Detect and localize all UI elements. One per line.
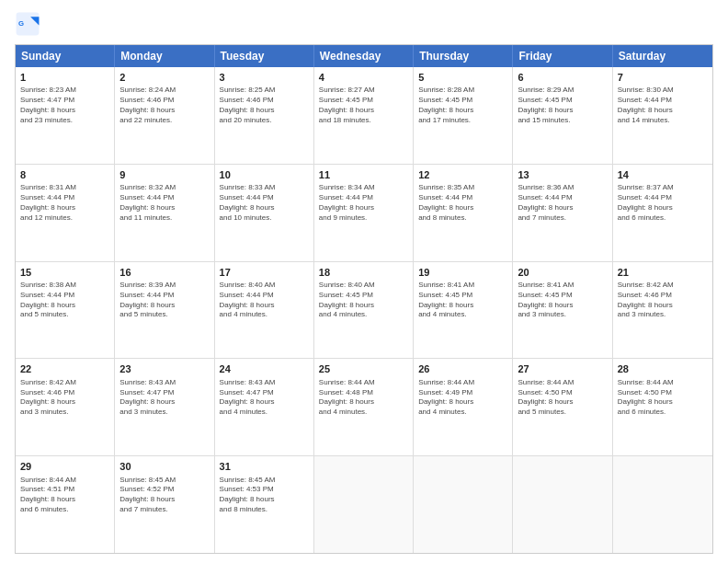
day-cell-29: 29Sunrise: 8:44 AMSunset: 4:51 PMDayligh…	[16, 456, 115, 553]
day-number: 1	[20, 71, 109, 85]
calendar-header: SundayMondayTuesdayWednesdayThursdayFrid…	[16, 45, 712, 67]
day-info: Sunrise: 8:39 AMSunset: 4:44 PMDaylight:…	[119, 281, 209, 320]
calendar: SundayMondayTuesdayWednesdayThursdayFrid…	[15, 44, 713, 554]
day-number: 25	[319, 362, 408, 376]
day-cell-12: 12Sunrise: 8:35 AMSunset: 4:44 PMDayligh…	[414, 165, 513, 261]
day-number: 30	[119, 460, 209, 474]
page-header: G	[15, 11, 713, 37]
empty-cell	[314, 456, 414, 553]
day-cell-16: 16Sunrise: 8:39 AMSunset: 4:44 PMDayligh…	[115, 262, 214, 359]
day-info: Sunrise: 8:41 AMSunset: 4:45 PMDaylight:…	[518, 281, 607, 320]
day-number: 2	[119, 71, 209, 85]
day-info: Sunrise: 8:35 AMSunset: 4:44 PMDaylight:…	[418, 183, 507, 223]
day-info: Sunrise: 8:25 AMSunset: 4:46 PMDaylight:…	[220, 86, 309, 125]
header-cell-monday: Monday	[115, 45, 214, 67]
header-cell-wednesday: Wednesday	[314, 45, 414, 67]
calendar-row-2: 8Sunrise: 8:31 AMSunset: 4:44 PMDaylight…	[16, 164, 712, 261]
day-number: 15	[20, 266, 109, 280]
day-cell-23: 23Sunrise: 8:43 AMSunset: 4:47 PMDayligh…	[115, 359, 214, 455]
day-info: Sunrise: 8:44 AMSunset: 4:49 PMDaylight:…	[418, 378, 507, 418]
day-info: Sunrise: 8:44 AMSunset: 4:50 PMDaylight:…	[618, 378, 708, 418]
day-cell-2: 2Sunrise: 8:24 AMSunset: 4:46 PMDaylight…	[115, 67, 214, 164]
day-number: 22	[20, 362, 109, 376]
day-number: 12	[418, 168, 507, 182]
day-info: Sunrise: 8:43 AMSunset: 4:47 PMDaylight:…	[220, 378, 309, 418]
calendar-body: 1Sunrise: 8:23 AMSunset: 4:47 PMDaylight…	[16, 67, 712, 553]
calendar-row-5: 29Sunrise: 8:44 AMSunset: 4:51 PMDayligh…	[16, 455, 712, 553]
day-number: 23	[119, 362, 209, 376]
day-info: Sunrise: 8:45 AMSunset: 4:52 PMDaylight:…	[119, 476, 209, 515]
day-info: Sunrise: 8:43 AMSunset: 4:47 PMDaylight:…	[119, 378, 209, 418]
day-cell-25: 25Sunrise: 8:44 AMSunset: 4:48 PMDayligh…	[314, 359, 414, 455]
day-number: 28	[618, 362, 708, 376]
day-number: 20	[518, 266, 607, 280]
empty-cell	[613, 456, 712, 553]
day-cell-6: 6Sunrise: 8:29 AMSunset: 4:45 PMDaylight…	[513, 67, 612, 164]
day-number: 24	[220, 362, 309, 376]
day-cell-4: 4Sunrise: 8:27 AMSunset: 4:45 PMDaylight…	[314, 67, 414, 164]
day-info: Sunrise: 8:28 AMSunset: 4:45 PMDaylight:…	[418, 86, 507, 125]
day-number: 11	[319, 168, 408, 182]
day-info: Sunrise: 8:34 AMSunset: 4:44 PMDaylight:…	[319, 183, 408, 223]
day-number: 18	[319, 266, 408, 280]
day-number: 16	[119, 266, 209, 280]
day-info: Sunrise: 8:33 AMSunset: 4:44 PMDaylight:…	[220, 183, 309, 223]
day-number: 3	[220, 71, 309, 85]
day-cell-19: 19Sunrise: 8:41 AMSunset: 4:45 PMDayligh…	[414, 262, 513, 359]
empty-cell	[513, 456, 612, 553]
day-number: 10	[220, 168, 309, 182]
day-cell-17: 17Sunrise: 8:40 AMSunset: 4:44 PMDayligh…	[215, 262, 314, 359]
day-number: 19	[418, 266, 507, 280]
day-info: Sunrise: 8:42 AMSunset: 4:46 PMDaylight:…	[618, 281, 708, 320]
empty-cell	[414, 456, 513, 553]
day-cell-15: 15Sunrise: 8:38 AMSunset: 4:44 PMDayligh…	[16, 262, 115, 359]
day-cell-11: 11Sunrise: 8:34 AMSunset: 4:44 PMDayligh…	[314, 165, 414, 261]
day-number: 29	[20, 460, 109, 474]
day-info: Sunrise: 8:24 AMSunset: 4:46 PMDaylight:…	[119, 86, 209, 125]
day-cell-3: 3Sunrise: 8:25 AMSunset: 4:46 PMDaylight…	[215, 67, 314, 164]
day-info: Sunrise: 8:40 AMSunset: 4:45 PMDaylight:…	[319, 281, 408, 320]
day-number: 8	[20, 168, 109, 182]
header-cell-tuesday: Tuesday	[215, 45, 314, 67]
header-cell-friday: Friday	[513, 45, 612, 67]
day-cell-30: 30Sunrise: 8:45 AMSunset: 4:52 PMDayligh…	[115, 456, 214, 553]
day-number: 14	[618, 168, 708, 182]
day-info: Sunrise: 8:38 AMSunset: 4:44 PMDaylight:…	[20, 281, 109, 320]
day-number: 9	[119, 168, 209, 182]
day-info: Sunrise: 8:32 AMSunset: 4:44 PMDaylight:…	[119, 183, 209, 223]
day-cell-28: 28Sunrise: 8:44 AMSunset: 4:50 PMDayligh…	[613, 359, 712, 455]
day-cell-1: 1Sunrise: 8:23 AMSunset: 4:47 PMDaylight…	[16, 67, 115, 164]
day-number: 26	[418, 362, 507, 376]
day-cell-9: 9Sunrise: 8:32 AMSunset: 4:44 PMDaylight…	[115, 165, 214, 261]
day-cell-8: 8Sunrise: 8:31 AMSunset: 4:44 PMDaylight…	[16, 165, 115, 261]
day-number: 17	[220, 266, 309, 280]
calendar-row-4: 22Sunrise: 8:42 AMSunset: 4:46 PMDayligh…	[16, 358, 712, 455]
calendar-row-1: 1Sunrise: 8:23 AMSunset: 4:47 PMDaylight…	[16, 67, 712, 164]
header-cell-sunday: Sunday	[16, 45, 115, 67]
day-cell-20: 20Sunrise: 8:41 AMSunset: 4:45 PMDayligh…	[513, 262, 612, 359]
day-info: Sunrise: 8:44 AMSunset: 4:48 PMDaylight:…	[319, 378, 408, 418]
day-number: 21	[618, 266, 708, 280]
day-cell-14: 14Sunrise: 8:37 AMSunset: 4:44 PMDayligh…	[613, 165, 712, 261]
day-cell-26: 26Sunrise: 8:44 AMSunset: 4:49 PMDayligh…	[414, 359, 513, 455]
svg-text:G: G	[18, 19, 24, 28]
day-number: 13	[518, 168, 607, 182]
day-number: 6	[518, 71, 607, 85]
day-info: Sunrise: 8:30 AMSunset: 4:44 PMDaylight:…	[618, 86, 708, 125]
day-number: 27	[518, 362, 607, 376]
day-info: Sunrise: 8:44 AMSunset: 4:51 PMDaylight:…	[20, 476, 109, 515]
day-info: Sunrise: 8:45 AMSunset: 4:53 PMDaylight:…	[220, 476, 309, 515]
logo: G	[15, 11, 44, 37]
day-cell-13: 13Sunrise: 8:36 AMSunset: 4:44 PMDayligh…	[513, 165, 612, 261]
day-cell-21: 21Sunrise: 8:42 AMSunset: 4:46 PMDayligh…	[613, 262, 712, 359]
day-info: Sunrise: 8:29 AMSunset: 4:45 PMDaylight:…	[518, 86, 607, 125]
day-number: 4	[319, 71, 408, 85]
day-info: Sunrise: 8:40 AMSunset: 4:44 PMDaylight:…	[220, 281, 309, 320]
day-cell-24: 24Sunrise: 8:43 AMSunset: 4:47 PMDayligh…	[215, 359, 314, 455]
day-cell-5: 5Sunrise: 8:28 AMSunset: 4:45 PMDaylight…	[414, 67, 513, 164]
day-number: 31	[220, 460, 309, 474]
day-cell-27: 27Sunrise: 8:44 AMSunset: 4:50 PMDayligh…	[513, 359, 612, 455]
day-cell-10: 10Sunrise: 8:33 AMSunset: 4:44 PMDayligh…	[215, 165, 314, 261]
day-info: Sunrise: 8:36 AMSunset: 4:44 PMDaylight:…	[518, 183, 607, 223]
logo-icon: G	[15, 11, 40, 37]
